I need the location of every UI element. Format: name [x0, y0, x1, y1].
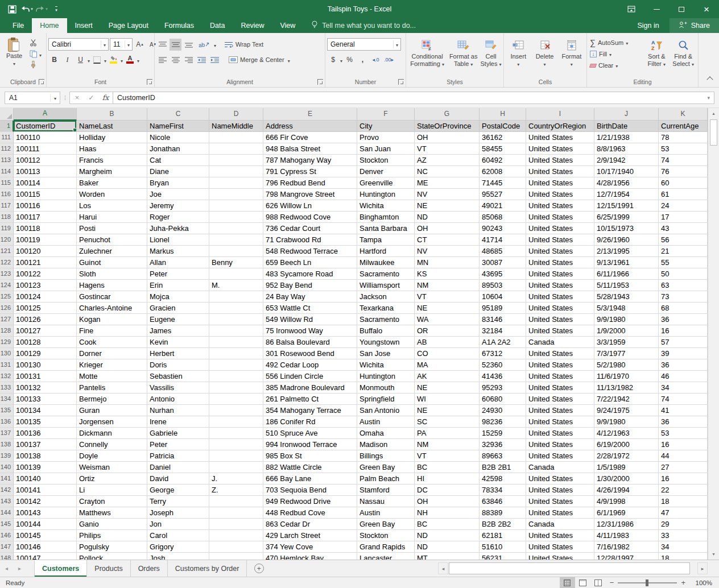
cell-D142[interactable]: Z. [209, 485, 263, 496]
row-header-117[interactable]: 117 [0, 200, 14, 212]
cell-F138[interactable]: Madison [357, 439, 415, 450]
zoom-slider[interactable] [618, 582, 677, 583]
cell-J144[interactable]: 6/1/1969 [594, 507, 659, 519]
cell-A138[interactable]: 100137 [14, 439, 77, 450]
cell-H135[interactable]: 24930 [480, 405, 526, 416]
fill-button[interactable]: ↓ Fill [589, 48, 643, 60]
cell-J141[interactable]: 1/30/2000 [594, 473, 659, 485]
row-header-116[interactable]: 116 [0, 189, 14, 200]
cell-I136[interactable]: United States [526, 416, 594, 428]
cell-J119[interactable]: 10/15/1973 [594, 223, 659, 234]
column-header-E[interactable]: E [263, 108, 357, 121]
expand-formula-bar-icon[interactable]: ▾ [707, 95, 714, 101]
cell-I113[interactable]: United States [526, 155, 594, 166]
row-header-128[interactable]: 128 [0, 325, 14, 337]
cell-J132[interactable]: 11/6/1970 [594, 371, 659, 382]
cell-E114[interactable]: 791 Cypress St [263, 166, 357, 177]
sort-filter-button[interactable]: AZ Sort & Filter [644, 35, 669, 76]
zoom-in-button[interactable]: + [677, 578, 689, 587]
increase-decimal-button[interactable]: ◂.0 [370, 54, 382, 66]
row-header-113[interactable]: 113 [0, 155, 14, 166]
cell-A121[interactable]: 100120 [14, 246, 77, 257]
cell-A146[interactable]: 100145 [14, 530, 77, 541]
cell-F126[interactable]: Texarkana [357, 303, 415, 314]
top-align-button[interactable] [156, 39, 168, 51]
cell-F142[interactable]: Stamford [357, 485, 415, 496]
cell-H145[interactable]: B2B 2B2 [480, 519, 526, 530]
cell-F148[interactable]: Lancaster [357, 553, 415, 560]
cell-K114[interactable]: 76 [659, 166, 708, 177]
cell-E140[interactable]: 882 Wattle Circle [263, 462, 357, 473]
vertical-scrollbar[interactable]: ▲ ▼ [708, 108, 719, 560]
cell-C117[interactable]: Jeremy [147, 200, 209, 212]
cell-B118[interactable]: Harui [77, 212, 147, 223]
cell-H141[interactable]: 42598 [480, 473, 526, 485]
cell-A139[interactable]: 100138 [14, 450, 77, 462]
cell-B114[interactable]: Margheim [77, 166, 147, 177]
cell-K132[interactable]: 46 [659, 371, 708, 382]
clear-button[interactable]: Clear [589, 60, 643, 71]
share-button[interactable]: Share [670, 18, 719, 33]
bottom-align-button[interactable] [183, 39, 195, 51]
cell-E139[interactable]: 985 Box St [263, 450, 357, 462]
cell-J143[interactable]: 4/9/1998 [594, 496, 659, 507]
cell-C136[interactable]: Irene [147, 416, 209, 428]
cell-B116[interactable]: Worden [77, 189, 147, 200]
cell-H136[interactable]: 98236 [480, 416, 526, 428]
cell-E1[interactable]: Address [263, 121, 357, 132]
cell-D141[interactable]: J. [209, 473, 263, 485]
font-size-combo[interactable]: 11 [110, 38, 133, 51]
cell-I132[interactable]: United States [526, 371, 594, 382]
cell-F121[interactable]: Hartford [357, 246, 415, 257]
row-header-130[interactable]: 130 [0, 348, 14, 359]
cell-G139[interactable]: VT [415, 450, 480, 462]
cell-H147[interactable]: 51610 [480, 541, 526, 553]
ribbon-tab-data[interactable]: Data [202, 18, 233, 33]
row-header-126[interactable]: 126 [0, 303, 14, 314]
redo-icon[interactable]: ▾ [35, 2, 48, 16]
cell-E128[interactable]: 75 Ironwood Way [263, 325, 357, 337]
cell-H121[interactable]: 48685 [480, 246, 526, 257]
cell-K148[interactable]: 18 [659, 553, 708, 560]
cell-D139[interactable] [209, 450, 263, 462]
cell-B113[interactable]: Francis [77, 155, 147, 166]
column-header-K[interactable]: K [659, 108, 708, 121]
find-select-button[interactable]: Find & Select [670, 35, 696, 76]
cell-D114[interactable] [209, 166, 263, 177]
cell-D148[interactable] [209, 553, 263, 560]
cell-A144[interactable]: 100143 [14, 507, 77, 519]
sign-in-button[interactable]: Sign in [627, 18, 669, 33]
cell-K134[interactable]: 74 [659, 394, 708, 405]
cell-K138[interactable]: 16 [659, 439, 708, 450]
cell-I135[interactable]: United States [526, 405, 594, 416]
sheet-tab-products[interactable]: Products [87, 560, 130, 577]
cell-J117[interactable]: 12/15/1991 [594, 200, 659, 212]
cell-E141[interactable]: 666 Bay Lane [263, 473, 357, 485]
cell-J131[interactable]: 5/2/1980 [594, 359, 659, 371]
cell-K122[interactable]: 55 [659, 257, 708, 268]
cell-I116[interactable]: United States [526, 189, 594, 200]
cell-G145[interactable]: BC [415, 519, 480, 530]
cell-D140[interactable] [209, 462, 263, 473]
cell-J142[interactable]: 4/26/1994 [594, 485, 659, 496]
row-header-139[interactable]: 139 [0, 450, 14, 462]
cell-K117[interactable]: 24 [659, 200, 708, 212]
cell-F118[interactable]: Binghamton [357, 212, 415, 223]
orientation-button[interactable]: ab↗ [196, 39, 213, 51]
ribbon-tab-insert[interactable]: Insert [67, 18, 101, 33]
column-header-D[interactable]: D [209, 108, 263, 121]
cell-D134[interactable] [209, 394, 263, 405]
cell-A128[interactable]: 100127 [14, 325, 77, 337]
cell-K116[interactable]: 61 [659, 189, 708, 200]
cell-D147[interactable] [209, 541, 263, 553]
cell-I147[interactable]: United States [526, 541, 594, 553]
cell-G141[interactable]: HI [415, 473, 480, 485]
cell-B148[interactable]: Pollock [77, 553, 147, 560]
bold-button[interactable]: B [48, 54, 60, 66]
scroll-down-icon[interactable]: ▼ [708, 549, 719, 559]
row-header-122[interactable]: 122 [0, 257, 14, 268]
row-header-124[interactable]: 124 [0, 280, 14, 291]
cell-E138[interactable]: 994 Ironwood Terrace [263, 439, 357, 450]
cell-E116[interactable]: 798 Mangrove Street [263, 189, 357, 200]
italic-button[interactable]: I [61, 54, 73, 66]
